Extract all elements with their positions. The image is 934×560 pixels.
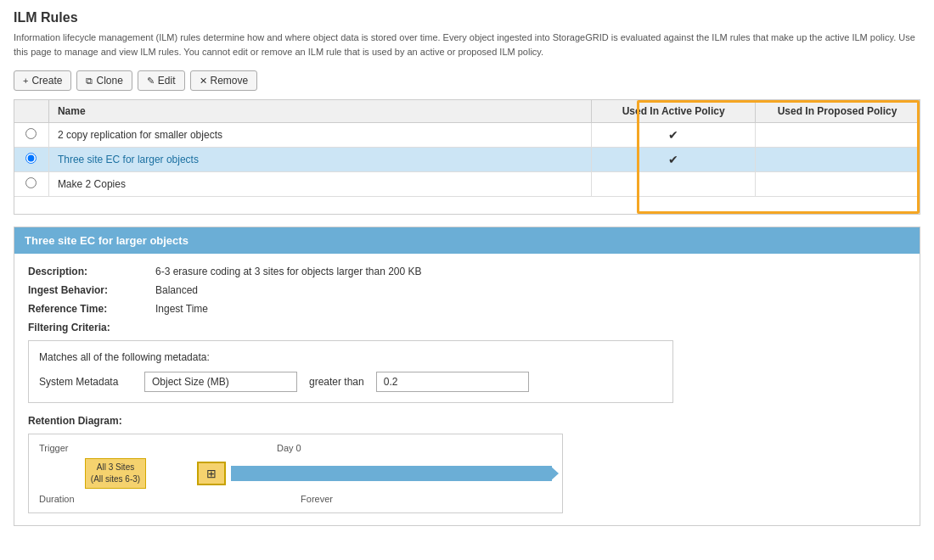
filter-box-title: Matches all of the following metadata:	[39, 351, 662, 363]
filter-field-input[interactable]	[144, 372, 297, 392]
reference-label: Reference Time:	[28, 303, 155, 315]
duration-label: Duration	[39, 494, 90, 504]
filter-row: System Metadata greater than	[39, 372, 662, 392]
retention-footer-row: Duration Forever	[39, 494, 552, 504]
checkmark-icon: ✔	[668, 153, 678, 166]
table-row[interactable]: 2 copy replication for smaller objects ✔	[14, 123, 920, 148]
table-row[interactable]: Three site EC for larger objects ✔	[14, 148, 920, 172]
ingest-label: Ingest Behavior:	[28, 284, 155, 296]
col-proposed-header: Used In Proposed Policy	[756, 100, 920, 123]
clone-icon: ⧉	[86, 76, 93, 87]
create-label: Create	[31, 75, 62, 87]
proposed-check-cell	[756, 148, 920, 172]
checkmark-icon: ✔	[668, 128, 678, 142]
table-row-empty	[14, 197, 920, 214]
radio-cell[interactable]	[14, 148, 48, 172]
retention-diagram: Trigger Day 0 All 3 Sites (All sites 6-3…	[28, 434, 563, 513]
active-check-cell: ✔	[592, 148, 756, 172]
trigger-label: Trigger	[39, 443, 209, 453]
plus-icon: +	[23, 76, 28, 86]
proposed-check-cell	[756, 123, 920, 148]
edit-label: Edit	[158, 75, 176, 87]
ingest-value: Balanced	[155, 284, 198, 296]
active-check-cell: ✔	[592, 123, 756, 148]
detail-panel: Three site EC for larger objects Descrip…	[14, 227, 920, 526]
radio-cell[interactable]	[14, 172, 48, 197]
description-value: 6-3 erasure coding at 3 sites for object…	[155, 266, 422, 277]
rules-table: Name Used In Active Policy Used In Propo…	[14, 100, 920, 214]
bar-arrow-icon	[550, 466, 559, 481]
page-title: ILM Rules	[14, 10, 920, 25]
description-row: Description: 6-3 erasure coding at 3 sit…	[28, 266, 906, 277]
reference-value: Ingest Time	[155, 303, 208, 315]
filter-field-label: System Metadata	[39, 376, 132, 388]
retention-bar-row: All 3 Sites (All sites 6-3) ⊞	[39, 458, 552, 489]
site-name: All 3 Sites	[97, 462, 134, 472]
table-row[interactable]: Make 2 Copies	[14, 172, 920, 197]
col-active-header: Used In Active Policy	[592, 100, 756, 123]
active-check-cell	[592, 172, 756, 197]
toolbar: + Create ⧉ Clone ✎ Edit ✕ Remove	[14, 70, 920, 91]
radio-cell[interactable]	[14, 123, 48, 148]
retention-label: Retention Diagram:	[28, 415, 906, 427]
page-container: ILM Rules Information lifecycle manageme…	[0, 0, 934, 536]
filter-box: Matches all of the following metadata: S…	[28, 340, 673, 403]
forever-label: Forever	[90, 494, 543, 504]
remove-icon: ✕	[200, 76, 207, 87]
page-description: Information lifecycle management (ILM) r…	[14, 31, 920, 59]
site-sublabel: (All sites 6-3)	[91, 474, 140, 484]
remove-button[interactable]: ✕ Remove	[190, 70, 258, 91]
edit-button[interactable]: ✎ Edit	[138, 70, 185, 91]
rule-name-cell[interactable]: 2 copy replication for smaller objects	[48, 123, 591, 148]
description-label: Description:	[28, 266, 155, 277]
filter-operator: greater than	[309, 376, 364, 388]
col-name-header: Name	[48, 100, 591, 123]
day0-label: Day 0	[277, 443, 301, 453]
detail-body: Description: 6-3 erasure coding at 3 sit…	[14, 254, 920, 525]
rule-name-cell[interactable]: Make 2 Copies	[48, 172, 591, 197]
clone-label: Clone	[96, 75, 122, 87]
rules-table-wrapper: Name Used In Active Policy Used In Propo…	[14, 99, 920, 215]
create-button[interactable]: + Create	[14, 70, 71, 91]
site-label-container: All 3 Sites (All sites 6-3)	[39, 458, 192, 489]
edit-icon: ✎	[147, 76, 155, 87]
retention-bar	[231, 466, 552, 481]
detail-header: Three site EC for larger objects	[14, 227, 920, 254]
site-label: All 3 Sites (All sites 6-3)	[85, 458, 146, 489]
reference-row: Reference Time: Ingest Time	[28, 303, 906, 315]
filter-value-input[interactable]	[376, 372, 529, 392]
remove-label: Remove	[211, 75, 249, 87]
filtering-label: Filtering Criteria:	[28, 322, 906, 333]
rule-name-cell[interactable]: Three site EC for larger objects	[48, 148, 591, 172]
retention-header-row: Trigger Day 0	[39, 443, 552, 453]
retention-icon: ⊞	[197, 462, 226, 485]
proposed-check-cell	[756, 172, 920, 197]
clone-button[interactable]: ⧉ Clone	[76, 70, 132, 91]
ingest-row: Ingest Behavior: Balanced	[28, 284, 906, 296]
